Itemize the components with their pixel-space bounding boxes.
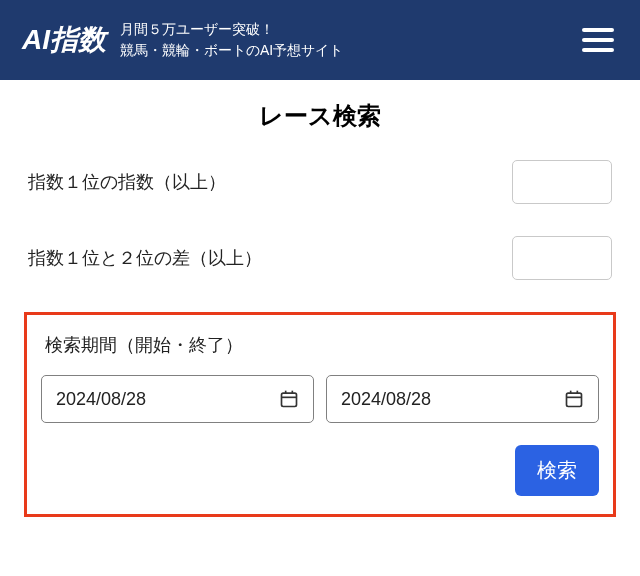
date-row: 2024/08/28 2024/08/28 xyxy=(41,375,599,423)
period-label: 検索期間（開始・終了） xyxy=(41,333,599,357)
diff-label: 指数１位と２位の差（以上） xyxy=(28,246,262,270)
tagline-line-1: 月間５万ユーザー突破！ xyxy=(120,19,343,40)
svg-rect-0 xyxy=(282,393,297,406)
period-highlight-box: 検索期間（開始・終了） 2024/08/28 2024/08/28 xyxy=(24,312,616,517)
diff-row: 指数１位と２位の差（以上） xyxy=(24,236,616,280)
date-end-input[interactable]: 2024/08/28 xyxy=(326,375,599,423)
calendar-icon xyxy=(279,389,299,409)
date-start-input[interactable]: 2024/08/28 xyxy=(41,375,314,423)
index1-label: 指数１位の指数（以上） xyxy=(28,170,226,194)
app-header: AI指数 月間５万ユーザー突破！ 競馬・競輪・ボートのAI予想サイト xyxy=(0,0,640,80)
date-start-text: 2024/08/28 xyxy=(56,389,146,410)
diff-input[interactable] xyxy=(512,236,612,280)
logo[interactable]: AI指数 xyxy=(22,21,106,59)
tagline-line-2: 競馬・競輪・ボートのAI予想サイト xyxy=(120,40,343,61)
search-row: 検索 xyxy=(41,445,599,496)
calendar-icon xyxy=(564,389,584,409)
header-left: AI指数 月間５万ユーザー突破！ 競馬・競輪・ボートのAI予想サイト xyxy=(22,19,343,61)
index1-input[interactable] xyxy=(512,160,612,204)
search-button[interactable]: 検索 xyxy=(515,445,599,496)
svg-rect-4 xyxy=(567,393,582,406)
date-end-text: 2024/08/28 xyxy=(341,389,431,410)
hamburger-menu-icon[interactable] xyxy=(578,24,618,56)
page-title: レース検索 xyxy=(24,100,616,132)
main-content: レース検索 指数１位の指数（以上） 指数１位と２位の差（以上） 検索期間（開始・… xyxy=(0,80,640,537)
tagline: 月間５万ユーザー突破！ 競馬・競輪・ボートのAI予想サイト xyxy=(120,19,343,61)
index1-row: 指数１位の指数（以上） xyxy=(24,160,616,204)
